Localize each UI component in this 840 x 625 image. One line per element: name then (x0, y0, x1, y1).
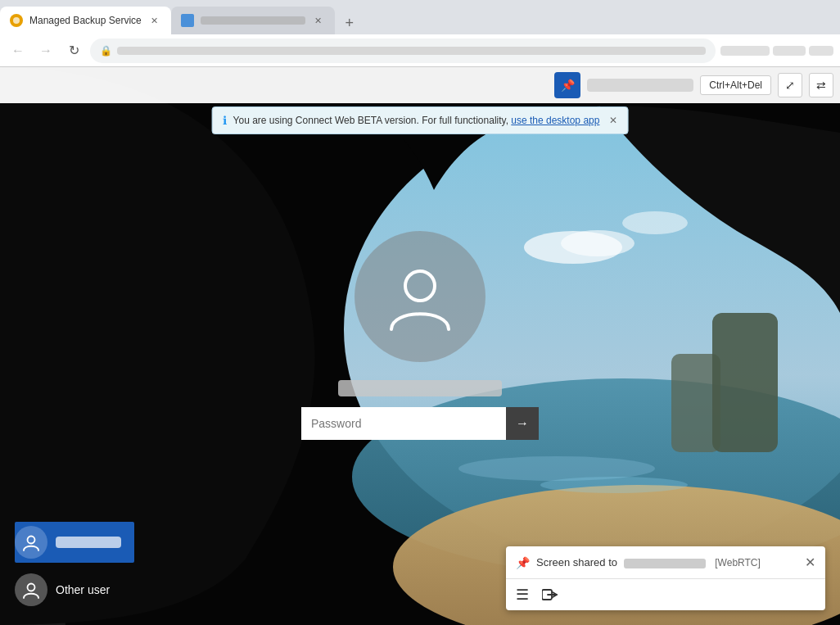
new-tab-button[interactable]: + (338, 11, 361, 34)
expand-button[interactable]: ⤢ (778, 73, 802, 97)
other-user-name: Other user (56, 583, 110, 596)
rd-title-blur (587, 79, 693, 92)
user-avatar (355, 231, 485, 362)
active-user-avatar (15, 526, 47, 559)
username-blur (338, 380, 502, 396)
screen-shared-pin-icon: 📌 (516, 556, 530, 569)
svg-point-0 (13, 17, 20, 24)
svg-point-8 (561, 230, 635, 256)
info-icon: ℹ (223, 114, 227, 127)
password-input[interactable] (301, 407, 506, 440)
screen-shared-destination-blur (624, 559, 706, 568)
info-banner-close[interactable]: ✕ (609, 115, 617, 126)
screen-shared-webrtc-label: [WebRTC] (715, 557, 761, 568)
tab-favicon-1 (10, 14, 23, 27)
svg-point-12 (405, 271, 435, 301)
svg-point-11 (540, 477, 688, 493)
active-user-name-blur (56, 537, 121, 548)
tab-close-2[interactable]: ✕ (312, 14, 325, 27)
active-user-item[interactable] (15, 522, 134, 563)
tab-favicon-2 (181, 14, 194, 27)
user-avatar-icon (383, 260, 457, 333)
password-field-container: → (301, 407, 539, 440)
svg-rect-6 (712, 313, 778, 452)
other-user-avatar (15, 573, 47, 606)
tab-title-1: Managed Backup Service (29, 15, 142, 26)
remote-desktop-container: 📌 Ctrl+Alt+Del ⤢ ⇄ ℹ You are using Conne… (0, 67, 840, 625)
forward-button[interactable]: → (34, 39, 57, 62)
screen-shared-close-button[interactable]: ✕ (805, 555, 815, 570)
tab-bar: Managed Backup Service ✕ ✕ + (0, 0, 840, 34)
tab-title-blur-2 (201, 16, 305, 25)
desktop-app-link[interactable]: use the desktop app (511, 115, 599, 126)
screen-shared-header: 📌 Screen shared to [WebRTC] ✕ (506, 546, 825, 579)
svg-point-14 (28, 584, 35, 591)
screen-shared-menu-button[interactable]: ☰ (516, 586, 529, 604)
browser-extras-blur2 (773, 46, 806, 56)
browser-extras-blur3 (809, 46, 833, 56)
svg-point-13 (28, 537, 35, 544)
rotate-button[interactable]: ⇄ (809, 73, 833, 97)
tab-2[interactable]: ✕ (171, 7, 335, 34)
browser-chrome: Managed Backup Service ✕ ✕ + ← → ↻ 🔒 (0, 0, 840, 67)
exit-icon (542, 587, 558, 602)
url-box[interactable]: 🔒 (90, 38, 716, 63)
screen-shared-panel: 📌 Screen shared to [WebRTC] ✕ ☰ (506, 546, 825, 610)
screen-shared-exit-button[interactable] (542, 587, 558, 602)
user-panel: Other user (15, 522, 134, 610)
reload-button[interactable]: ↻ (62, 39, 85, 62)
password-submit-button[interactable]: → (506, 407, 539, 440)
url-text-blur (117, 47, 706, 55)
info-text: You are using Connect Web BETA version. … (233, 115, 600, 126)
browser-extras-blur (720, 46, 770, 56)
screen-shared-actions: ☰ (506, 579, 825, 610)
other-user-item[interactable]: Other user (15, 569, 134, 610)
pin-button[interactable]: 📌 (554, 72, 580, 98)
rd-toolbar: 📌 Ctrl+Alt+Del ⤢ ⇄ (0, 67, 840, 103)
ctrl-alt-del-button[interactable]: Ctrl+Alt+Del (700, 75, 771, 95)
info-banner: ℹ You are using Connect Web BETA version… (212, 106, 629, 134)
screen-shared-text: Screen shared to [WebRTC] (536, 556, 798, 568)
svg-point-9 (622, 211, 688, 234)
address-bar: ← → ↻ 🔒 (0, 34, 840, 67)
tab-close-1[interactable]: ✕ (148, 14, 161, 27)
lock-icon: 🔒 (100, 45, 112, 57)
back-button[interactable]: ← (7, 39, 29, 62)
tab-managed-backup[interactable]: Managed Backup Service ✕ (0, 7, 171, 34)
